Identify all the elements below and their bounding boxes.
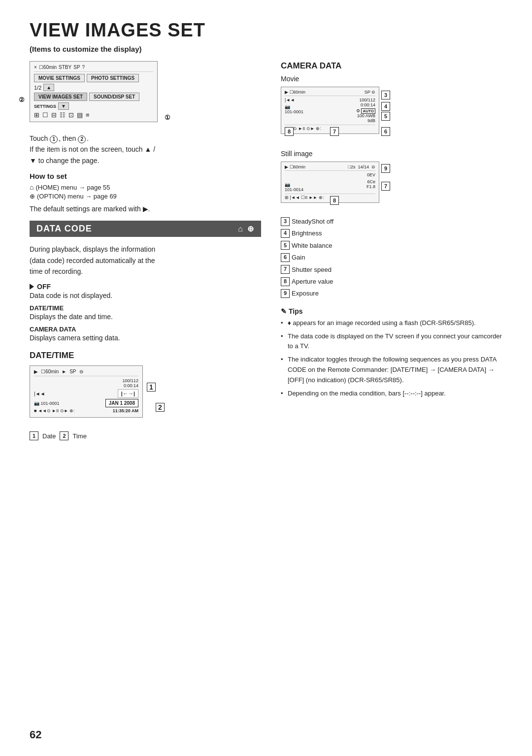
off-body: Data code is not displayed. bbox=[30, 292, 261, 299]
dt-time-row: ■ ◄◄⊙ ►II ⊙► ⊕: 11:35:20 AM bbox=[34, 408, 138, 413]
badge-time-label: Time bbox=[72, 432, 86, 440]
triangle-marker bbox=[30, 284, 34, 290]
ms-content: |◄◄ 📷 101-0001 100/112 0:00:14 ⚙ AUTO 10… bbox=[285, 98, 375, 123]
btn-row-1: MOVIE SETTINGS PHOTO SETTINGS bbox=[34, 74, 153, 82]
top-screen-mockup: ② × ☐60min STBY SP ? MOVIE SETTINGS PHOT… bbox=[30, 61, 158, 127]
page-title: VIEW IMAGES SET bbox=[30, 20, 502, 41]
ms-gain: 9dB bbox=[356, 118, 375, 123]
photo-settings-btn[interactable]: PHOTO SETTINGS bbox=[87, 74, 139, 82]
dt-date-box: |←→| bbox=[118, 389, 138, 398]
subtitle: (Items to customize the display) bbox=[30, 45, 502, 53]
movie-settings-btn[interactable]: MOVIE SETTINGS bbox=[34, 74, 85, 82]
dt-badge-row: 1 Date 2 Time bbox=[30, 431, 261, 440]
icon3: ⊟ bbox=[51, 111, 57, 119]
ms-right: 100/112 0:00:14 ⚙ AUTO 100 AWB 9dB bbox=[356, 98, 375, 123]
camera-items-list: 3 SteadyShot off 4 Brightness 5 White ba… bbox=[281, 216, 502, 299]
badge-8-still: 8 bbox=[330, 196, 339, 205]
date-time-section-title: DATE/TIME bbox=[30, 351, 261, 361]
icon2: ☐ bbox=[42, 111, 48, 119]
ms-top-bar: ▶ ☐60min SP ⊖ bbox=[285, 90, 375, 96]
nav-down-btn[interactable]: ▼ bbox=[58, 102, 69, 110]
settings-label: SETTINGS bbox=[34, 104, 56, 109]
tip-1: ♦ appears for an image recorded using a … bbox=[281, 318, 502, 329]
badge-date: 1 Date bbox=[30, 431, 56, 440]
icon1: ⊞ bbox=[34, 111, 39, 119]
home-menu-item: ⌂ (HOME) menu → page 55 bbox=[30, 183, 261, 191]
dt-play-icon: ▶ bbox=[34, 369, 38, 374]
badge-7-still: 7 bbox=[381, 182, 390, 191]
dt-skip-icon: |◄◄ bbox=[34, 391, 45, 396]
movie-screen-wrapper: ▶ ☐60min SP ⊖ |◄◄ 📷 101-0001 100/112 0:0… bbox=[281, 87, 379, 137]
ss-f-stop: F1.8 bbox=[366, 184, 375, 189]
list-item-5: 5 White balance bbox=[281, 240, 502, 251]
circle-2: 2 bbox=[78, 135, 86, 143]
list-item-3: 3 SteadyShot off bbox=[281, 216, 502, 227]
icon7: ≡ bbox=[86, 111, 90, 119]
data-code-body1: During playback, displays the informatio… bbox=[30, 245, 155, 253]
battery-icon: ☐60min bbox=[39, 65, 57, 70]
ms-time: 0:00:14 bbox=[356, 102, 375, 107]
dt-battery2: ⊖ bbox=[79, 369, 83, 374]
ms-counter: 100/112 bbox=[356, 98, 375, 102]
tips-label: Tips bbox=[289, 307, 303, 315]
list-item-9: 9 Exposure bbox=[281, 288, 502, 299]
ss-aperture: 6Ce bbox=[366, 179, 375, 184]
badge-time: 2 Time bbox=[60, 431, 86, 440]
ss-info: 101-0014 bbox=[285, 187, 303, 192]
tip-2: The data code is displayed on the TV scr… bbox=[281, 331, 502, 352]
option-menu-text: (OPTION) menu → page 69 bbox=[37, 193, 117, 200]
movie-subsection-label: Movie bbox=[281, 75, 502, 83]
off-title: OFF bbox=[30, 283, 261, 291]
ms-play-icon: ▶ ☐60min bbox=[285, 90, 305, 95]
default-settings-text: The default settings are marked with ▶. bbox=[30, 205, 261, 213]
tips-list: ♦ appears for an image recorded using a … bbox=[281, 318, 502, 399]
badge-8: 8 bbox=[285, 127, 294, 136]
datetime-sub-title: DATE/TIME bbox=[30, 304, 261, 312]
tip-4: Depending on the media condition, bars [… bbox=[281, 389, 502, 399]
ss-ev: 0EV bbox=[366, 172, 375, 177]
camera-data-sub-body: Displays camera setting data. bbox=[30, 334, 261, 342]
screen-icon-row: ⊞ ☐ ⊟ ☷ ⊡ ▤ ≡ bbox=[34, 111, 153, 119]
still-screen-wrapper: ▶ ☐60min □2s 14/14 ⊖ 📷 101-0014 0EV 6Ce … bbox=[281, 162, 379, 206]
home-menu-text: (HOME) menu → page 55 bbox=[35, 184, 110, 191]
off-label: OFF bbox=[37, 283, 51, 291]
option-icon: ⊕ bbox=[30, 193, 35, 200]
dt-counter-row: 100/1120:00:14 bbox=[34, 378, 138, 388]
settings-bar: SETTINGS ▼ bbox=[34, 102, 153, 110]
menu-screen: × ☐60min STBY SP ? MOVIE SETTINGS PHOTO … bbox=[30, 61, 158, 122]
left-column: ② × ☐60min STBY SP ? MOVIE SETTINGS PHOT… bbox=[30, 61, 261, 440]
camera-data-subsection: CAMERA DATA Displays camera setting data… bbox=[30, 326, 261, 342]
dt-top-bar: ▶ ☐60min ► SP ⊖ bbox=[34, 369, 138, 376]
page-number: 62 bbox=[30, 728, 41, 741]
option-menu-item: ⊕ (OPTION) menu → page 69 bbox=[30, 193, 261, 200]
list-item-4: 4 Brightness bbox=[281, 228, 502, 239]
data-code-header: DATA CODE ⌂ ⊕ bbox=[30, 221, 261, 237]
circle-1: 1 bbox=[50, 135, 58, 143]
list-item-6: 6 Gain bbox=[281, 252, 502, 263]
btn-row-2: VIEW IMAGES SET SOUND/DISP SET bbox=[34, 93, 153, 101]
camera-data-sub-title: CAMERA DATA bbox=[30, 326, 261, 333]
camera-data-title: CAMERA DATA bbox=[281, 61, 502, 71]
data-code-body3: time of recording. bbox=[30, 267, 83, 275]
sound-disp-set-btn[interactable]: SOUND/DISP SET bbox=[89, 93, 139, 101]
nav-up-btn[interactable]: ▲ bbox=[43, 84, 54, 91]
ms-left: |◄◄ 📷 101-0001 bbox=[285, 98, 303, 114]
dt-control-row: |◄◄ |←→| bbox=[34, 389, 138, 398]
icon4: ☷ bbox=[60, 111, 66, 119]
datetime-sub-body: Displays the date and time. bbox=[30, 313, 261, 321]
badge-5: 5 bbox=[381, 112, 390, 121]
tips-section: ✎ Tips ♦ appears for an image recorded u… bbox=[281, 307, 502, 399]
tips-icon: ✎ bbox=[281, 307, 287, 315]
right-column: CAMERA DATA Movie ▶ ☐60min SP ⊖ |◄◄ 📷 10… bbox=[281, 61, 502, 440]
option-header-icon: ⊕ bbox=[247, 224, 254, 233]
badge-3: 3 bbox=[381, 91, 390, 99]
datetime-screen-wrapper: ▶ ☐60min ► SP ⊖ 100/1120:00:14 |◄◄ |←→| … bbox=[30, 365, 143, 423]
ms-info: 101-0001 bbox=[285, 109, 303, 114]
ss-content: 📷 101-0014 0EV 6Ce F1.8 bbox=[285, 172, 375, 192]
list-item-7: 7 Shutter speed bbox=[281, 264, 502, 275]
off-subsection: OFF Data code is not displayed. bbox=[30, 283, 261, 299]
how-to-set-title: How to set bbox=[30, 172, 261, 180]
ms-awb: 100 AWB bbox=[356, 113, 375, 118]
list-item-8: 8 Aperture value bbox=[281, 276, 502, 287]
view-images-set-btn[interactable]: VIEW IMAGES SET bbox=[34, 93, 87, 101]
